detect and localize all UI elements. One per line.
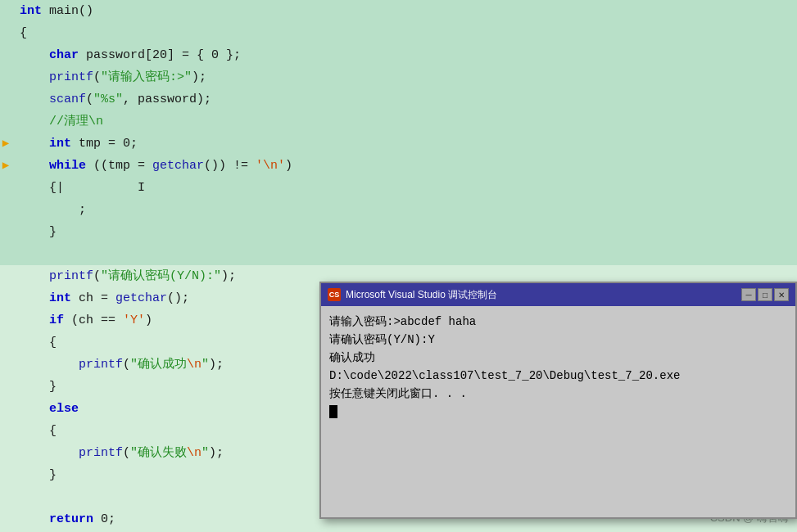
console-cursor-line [329, 403, 787, 421]
code-line: printf("请输入密码:>"); [0, 66, 797, 88]
console-cursor [329, 405, 337, 418]
console-body: 请输入密码:>abcdef haha请确认密码(Y/N):Y确认成功D:\cod… [321, 306, 795, 517]
line-gutter: ▶ [0, 155, 11, 177]
line-content: int main() [11, 0, 93, 22]
code-line: scanf("%s", password); [0, 88, 797, 110]
code-line: {| I [0, 177, 797, 199]
console-app-icon: CS [328, 288, 341, 301]
line-content: { [11, 420, 57, 442]
console-close-button[interactable]: ✕ [774, 288, 789, 301]
code-line: int main() [0, 0, 797, 22]
console-line: 确认成功 [329, 349, 787, 367]
code-line: ▶ while ((tmp = getchar()) != '\n') [0, 155, 797, 177]
console-line: 请确认密码(Y/N):Y [329, 331, 787, 349]
line-content: } [11, 464, 57, 486]
line-content: ; [11, 199, 86, 221]
line-content: } [11, 221, 57, 243]
console-line: 请输入密码:>abcdef haha [329, 313, 787, 331]
code-line [0, 243, 797, 265]
line-content: } [11, 376, 57, 398]
line-content: { [11, 331, 57, 354]
console-title: Microsoft Visual Studio 调试控制台 [346, 288, 736, 302]
code-line: { [0, 22, 797, 44]
console-controls: ─ □ ✕ [741, 288, 789, 301]
line-content: return 0; [11, 508, 115, 530]
line-content: printf("确认失败\n"); [11, 442, 224, 464]
code-line: } [0, 221, 797, 243]
code-line: ; [0, 199, 797, 221]
line-content: int ch = getchar(); [11, 287, 189, 309]
line-content: while ((tmp = getchar()) != '\n') [11, 155, 292, 177]
code-line: ▶ int tmp = 0; [0, 133, 797, 155]
line-content: printf("请输入密码:>"); [11, 66, 206, 88]
main-container: int main(){ char password[20] = { 0 }; p… [0, 0, 797, 532]
line-content: else [11, 398, 79, 420]
code-line: //清理\n [0, 110, 797, 133]
console-minimize-button[interactable]: ─ [741, 288, 756, 301]
console-maximize-button[interactable]: □ [758, 288, 772, 301]
line-gutter: ▶ [0, 133, 11, 155]
line-content: { [11, 22, 27, 44]
line-content: printf("请确认密码(Y/N):"); [11, 265, 236, 287]
console-line: 按任意键关闭此窗口. . . [329, 385, 787, 403]
code-line: char password[20] = { 0 }; [0, 44, 797, 66]
line-content: printf("确认成功\n"); [11, 354, 224, 376]
line-content: //清理\n [11, 110, 103, 133]
console-titlebar: CS Microsoft Visual Studio 调试控制台 ─ □ ✕ [321, 283, 795, 306]
line-content: if (ch == 'Y') [11, 309, 152, 331]
line-content: int tmp = 0; [11, 133, 138, 155]
line-content: {| I [11, 177, 145, 199]
line-content: char password[20] = { 0 }; [11, 44, 241, 66]
line-content: scanf("%s", password); [11, 88, 211, 110]
console-line: D:\code\2022\class107\test_7_20\Debug\te… [329, 367, 787, 385]
console-window[interactable]: CS Microsoft Visual Studio 调试控制台 ─ □ ✕ 请… [319, 282, 797, 519]
